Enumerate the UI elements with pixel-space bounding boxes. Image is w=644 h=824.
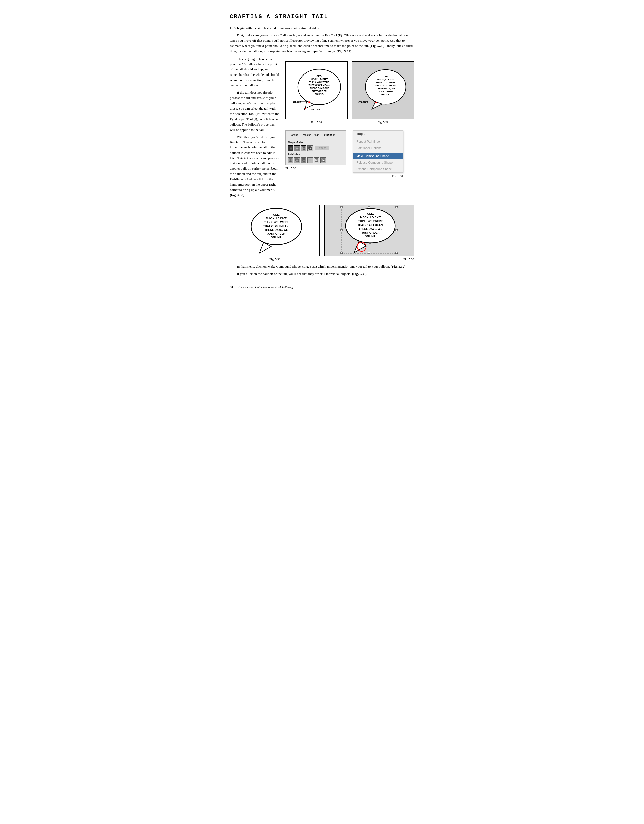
tab-transfor[interactable]: Transfor	[300, 132, 312, 138]
svg-rect-57	[368, 206, 370, 208]
svg-text:THINK YOU WERE: THINK YOU WERE	[358, 220, 382, 223]
svg-text:MACK, I DIDN'T: MACK, I DIDN'T	[310, 78, 327, 80]
svg-text:3rd point: 3rd point	[358, 100, 368, 103]
figure-529-box: GEE, MACK, I DIDN'T THINK YOU WERE THAT …	[352, 61, 414, 119]
col-text: This is going to take some practice. Vis…	[230, 57, 280, 200]
bottom-figures-row: GEE, MACK, I DIDN'T THINK YOU WERE THAT …	[230, 204, 414, 263]
svg-text:MACK, I DIDN'T: MACK, I DIDN'T	[266, 217, 287, 220]
svg-rect-63	[396, 252, 398, 254]
svg-text:JUST ORDER: JUST ORDER	[378, 91, 393, 93]
figure-531-caption: Fig. 5.31	[352, 174, 403, 178]
tab-pathfinder[interactable]: Pathfinder	[321, 132, 336, 138]
figure-528: GEE, MACK, I DIDN'T THINK YOU WERE THAT …	[285, 61, 348, 126]
figure-529-caption: Fig. 5.29	[378, 120, 389, 125]
tab-align[interactable]: Align	[312, 132, 321, 138]
flyout-menu: Trap... Repeat Pathfinder Pathfinder Opt…	[352, 130, 403, 173]
intro-para-1: Let's begin with the simplest kind of ta…	[230, 26, 414, 31]
figures-row-1: GEE, MACK, I DIDN'T THINK YOU WERE THAT …	[285, 61, 414, 126]
svg-rect-38	[296, 159, 298, 161]
flyout-options[interactable]: Pathfinder Options...	[353, 145, 403, 152]
figure-532-svg: GEE, MACK, I DIDN'T THINK YOU WERE THAT …	[245, 205, 305, 255]
svg-rect-67	[369, 243, 371, 244]
add-icon[interactable]	[287, 146, 293, 151]
page-footer: 90 • The Essential Guide to Comic Book L…	[230, 283, 414, 289]
fig530-ref2: (Fig. 5.30)	[230, 193, 244, 197]
figure-532-caption: Fig. 5.32	[269, 257, 280, 261]
flyout-trap: Trap...	[353, 131, 403, 137]
svg-text:THINK YOU WERE: THINK YOU WERE	[375, 81, 395, 84]
svg-rect-32	[303, 148, 305, 150]
svg-text:MACK, I DIDN'T: MACK, I DIDN'T	[360, 216, 381, 219]
svg-text:THESE DAYS, WE: THESE DAYS, WE	[359, 227, 382, 230]
trim-icon[interactable]	[294, 157, 300, 163]
svg-rect-45	[323, 160, 324, 161]
body-para-3: This is going to take some practice. Vis…	[230, 57, 280, 88]
figure-533-box: GEE, MACK, I DIDN'T THINK YOU WERE THAT …	[324, 204, 414, 256]
two-col-section: This is going to take some practice. Vis…	[230, 57, 414, 200]
merge-icon[interactable]	[301, 157, 306, 163]
flyout-repeat[interactable]: Repeat Pathfinder	[353, 138, 403, 145]
figure-528-svg: GEE, MACK, I DIDN'T THINK YOU WERE THAT …	[292, 64, 342, 111]
svg-text:THAT OLD! I MEAN,: THAT OLD! I MEAN,	[263, 224, 289, 228]
flyout-make-compound[interactable]: Make Compound Shape	[353, 153, 403, 159]
panel-tabs: Transpa Transfor Align Pathfinder ☰	[287, 132, 344, 139]
svg-rect-60	[396, 229, 398, 231]
svg-text:ONLINE.: ONLINE.	[381, 94, 390, 96]
footer-page-number: 90	[230, 285, 233, 289]
divide-icon[interactable]	[287, 157, 293, 163]
outline-icon[interactable]	[314, 157, 320, 163]
svg-text:GEE,: GEE,	[317, 75, 322, 77]
svg-rect-42	[315, 158, 318, 161]
fig528-ref: (Fig. 5.28)	[370, 44, 384, 48]
svg-text:THESE DAYS, WE: THESE DAYS, WE	[376, 88, 395, 90]
figure-532-box: GEE, MACK, I DIDN'T THINK YOU WERE THAT …	[230, 204, 320, 256]
figure-533-caption: Fig. 5.33	[324, 257, 414, 261]
figure-531: Trap... Repeat Pathfinder Pathfinder Opt…	[352, 130, 403, 179]
svg-rect-30	[296, 148, 298, 150]
flyout-release-compound[interactable]: Release Compound Shape	[353, 159, 403, 166]
svg-text:ONLINE.: ONLINE.	[271, 236, 282, 239]
figure-530-caption: Fig. 5.30	[285, 166, 296, 171]
svg-text:JUST ORDER: JUST ORDER	[361, 231, 379, 234]
svg-rect-56	[341, 206, 343, 208]
svg-point-11	[308, 101, 310, 103]
svg-text:THAT OLD! I MEAN,: THAT OLD! I MEAN,	[308, 84, 330, 86]
svg-text:THINK YOU WERE: THINK YOU WERE	[264, 221, 288, 224]
svg-text:JUST ORDER: JUST ORDER	[267, 232, 285, 235]
svg-text:GEE,: GEE,	[383, 75, 389, 78]
svg-rect-43	[316, 159, 317, 161]
svg-rect-28	[290, 148, 292, 150]
expand-button[interactable]: Expand	[315, 146, 329, 150]
flyout-expand-compound[interactable]: Expand Compound Shape	[353, 166, 403, 172]
crop-icon[interactable]	[307, 157, 313, 163]
figure-530: Transpa Transfor Align Pathfinder ☰ Shap…	[285, 130, 346, 172]
intro-para-2: First, make sure you're on your Balloons…	[230, 33, 414, 54]
pathfinder-icons-row	[287, 157, 344, 163]
svg-rect-61	[341, 252, 343, 254]
svg-text:MACK, I DIDN'T: MACK, I DIDN'T	[377, 78, 394, 81]
tab-transpa[interactable]: Transpa	[287, 132, 300, 138]
footer-separator: •	[235, 285, 236, 289]
minus-back-icon[interactable]	[320, 157, 326, 163]
body-para-4: If the tail does not already possess the…	[230, 90, 280, 132]
fig533-ref: (Fig. 5.33)	[352, 272, 367, 276]
body-para-7: If you click on the balloon or the tail,…	[230, 272, 414, 277]
subtract-icon[interactable]	[294, 146, 300, 151]
fig529-ref: (Fig. 5.29)	[337, 49, 351, 53]
footer-book-title: The Essential Guide to Comic Book Letter…	[238, 285, 293, 289]
middle-row: Transpa Transfor Align Pathfinder ☰ Shap…	[285, 130, 414, 179]
svg-rect-59	[341, 229, 343, 231]
pathfinders-label: Pathfinders:	[287, 152, 344, 156]
figure-528-caption: Fig. 5.28	[311, 120, 322, 125]
figure-528-box: GEE, MACK, I DIDN'T THINK YOU WERE THAT …	[285, 61, 348, 119]
figure-533-wrapper: GEE, MACK, I DIDN'T THINK YOU WERE THAT …	[324, 204, 414, 263]
intersect-icon[interactable]	[301, 146, 306, 151]
svg-text:THESE DAYS, WE: THESE DAYS, WE	[264, 228, 288, 231]
shape-modes-label: Shape Modes:	[287, 141, 344, 145]
hamburger-icon[interactable]: ☰	[340, 132, 344, 138]
figure-532-wrapper: GEE, MACK, I DIDN'T THINK YOU WERE THAT …	[230, 204, 320, 263]
svg-text:ONLINE.: ONLINE.	[314, 93, 324, 95]
exclude-icon[interactable]	[307, 146, 313, 151]
page-title: Crafting a Straight Tail	[230, 12, 414, 21]
figure-529-svg: GEE, MACK, I DIDN'T THINK YOU WERE THAT …	[358, 64, 408, 111]
